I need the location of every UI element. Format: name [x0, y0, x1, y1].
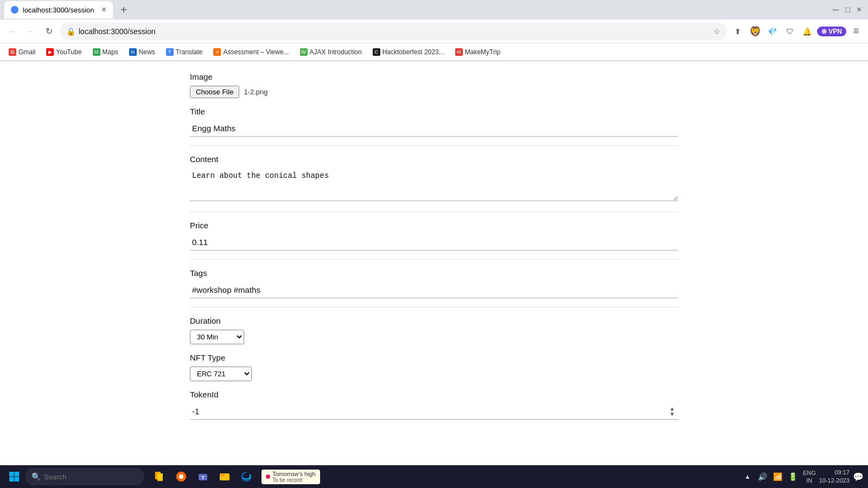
taskbar-icon-files[interactable] [150, 467, 169, 486]
token-id-input-wrap: ▲ ▼ [190, 403, 678, 420]
ajax-icon: W [300, 48, 308, 56]
notification-line1: Tomorrow's high [272, 471, 316, 477]
svg-rect-2 [9, 477, 14, 482]
spinner-down-button[interactable]: ▼ [668, 412, 676, 417]
browser-icon [175, 471, 187, 483]
forward-button[interactable]: → [23, 24, 38, 39]
nft-type-select[interactable]: ERC 721 ERC 1155 [190, 367, 252, 381]
close-button[interactable]: × [854, 5, 864, 15]
maximize-button[interactable]: □ [843, 5, 852, 14]
language-code: ENG [803, 469, 816, 477]
system-tray: ▲ 🔊 📶 🔋 [741, 470, 800, 483]
refresh-button[interactable]: ↻ [41, 24, 56, 39]
file-name-display: 1-2.png [244, 88, 267, 96]
file-input-row: Choose File 1-2.png [190, 86, 678, 98]
bookmark-gmail[interactable]: G Gmail [4, 47, 40, 57]
bookmark-news-label: News [139, 48, 155, 56]
svg-point-7 [179, 474, 183, 479]
bookmark-news[interactable]: N News [125, 47, 159, 57]
action-center-icon[interactable]: 💬 [853, 472, 864, 482]
tab-favicon [11, 6, 18, 14]
tab-bar: localhost:3000/session × + ─ □ × [0, 0, 868, 20]
price-input[interactable] [190, 234, 678, 251]
tray-icon-1[interactable]: 🔊 [756, 470, 769, 483]
notifications-button[interactable]: 🔔 [800, 24, 815, 39]
wallet-button[interactable]: 💎 [765, 24, 780, 39]
duration-select[interactable]: 30 Min 1 Hour 2 Hours [190, 330, 244, 344]
language-indicator: ENG IN [803, 469, 816, 485]
bookmark-assessment-label: Assessment – Viewe... [223, 48, 289, 56]
news-icon: N [129, 48, 137, 56]
content-section: Content Learn about the conical shapes [190, 155, 678, 203]
svg-text:T: T [201, 475, 205, 480]
image-label: Image [190, 72, 678, 81]
tray-icon-2[interactable]: 📶 [771, 470, 784, 483]
maps-icon: M [93, 48, 100, 56]
notification-dot [266, 474, 270, 479]
active-tab[interactable]: localhost:3000/session × [4, 1, 113, 18]
tags-input[interactable] [190, 282, 678, 298]
gmail-icon: G [9, 48, 16, 56]
browser-chrome: localhost:3000/session × + ─ □ × ← → ↻ 🔒… [0, 0, 868, 61]
windows-logo-icon [9, 471, 20, 482]
bookmark-translate[interactable]: T Translate [162, 47, 207, 57]
image-section: Image Choose File 1-2.png [190, 72, 678, 98]
title-input[interactable] [190, 120, 678, 137]
lock-icon: 🔒 [66, 27, 75, 36]
tray-up-arrow[interactable]: ▲ [741, 470, 754, 483]
svg-rect-0 [9, 472, 14, 477]
system-clock[interactable]: 09:17 10-12-2023 [819, 468, 850, 485]
taskbar-search-icon: 🔍 [31, 472, 41, 481]
content-textarea[interactable]: Learn about the conical shapes [190, 168, 678, 201]
bookmark-page-icon[interactable]: ☆ [713, 27, 720, 36]
tags-section: Tags [190, 268, 678, 298]
back-button[interactable]: ← [4, 24, 20, 39]
share-button[interactable]: ⬆ [730, 24, 745, 39]
bookmark-makemytrip[interactable]: M MakeMyTrip [451, 47, 505, 57]
start-button[interactable] [4, 467, 24, 486]
notification-line2: To tie record [272, 477, 316, 483]
duration-section: Duration 30 Min 1 Hour 2 Hours [190, 316, 678, 344]
assessment-icon: A [213, 48, 221, 56]
bookmark-hacktoberfest-label: Hacktoberfest 2023... [382, 48, 444, 56]
new-tab-button[interactable]: + [115, 1, 132, 18]
clock-date: 10-12-2023 [819, 477, 850, 485]
tab-close-button[interactable]: × [101, 5, 106, 15]
tray-icon-3[interactable]: 🔋 [787, 470, 800, 483]
taskbar-icon-teams[interactable]: T [193, 467, 213, 486]
svg-rect-5 [157, 473, 163, 481]
address-input[interactable] [79, 27, 710, 36]
taskbar-icon-explorer[interactable] [215, 467, 234, 486]
vpn-badge[interactable]: ⊕ VPN [817, 27, 846, 36]
bookmark-maps-label: Maps [103, 48, 118, 56]
svg-rect-1 [15, 472, 20, 477]
minimize-button[interactable]: ─ [831, 5, 841, 15]
hacktoberfest-icon: C [373, 48, 380, 56]
taskbar: 🔍 T [0, 465, 868, 488]
notification-area[interactable]: Tomorrow's high To tie record [261, 470, 320, 484]
svg-rect-3 [15, 477, 20, 482]
taskbar-icon-edge[interactable] [237, 467, 256, 486]
bookmark-assessment[interactable]: A Assessment – Viewe... [209, 47, 293, 57]
taskbar-search-input[interactable] [44, 473, 125, 481]
bookmark-translate-label: Translate [176, 48, 203, 56]
brave-shield-button[interactable]: 🦁 [748, 24, 763, 39]
bookmark-maps[interactable]: M Maps [88, 47, 123, 57]
bookmark-hacktoberfest[interactable]: C Hacktoberfest 2023... [368, 47, 449, 57]
content-label: Content [190, 155, 678, 164]
shields-button[interactable]: 🛡 [782, 24, 797, 39]
menu-button[interactable]: ≡ [848, 24, 864, 39]
youtube-icon: ▶ [46, 48, 54, 56]
taskbar-search-bar[interactable]: 🔍 [25, 468, 144, 485]
bookmark-youtube[interactable]: ▶ YouTube [42, 47, 86, 57]
choose-file-button[interactable]: Choose File [190, 86, 239, 98]
files-icon [154, 471, 165, 483]
navigation-bar: ← → ↻ 🔒 ☆ ⬆ 🦁 💎 🛡 🔔 ⊕ VPN ≡ [0, 20, 868, 43]
tags-label: Tags [190, 268, 678, 278]
taskbar-icon-browser[interactable] [171, 467, 191, 486]
bookmarks-bar: G Gmail ▶ YouTube M Maps N News T Transl… [0, 43, 868, 61]
bookmark-ajax[interactable]: W AJAX Introduction [296, 47, 366, 57]
token-id-input[interactable] [190, 403, 678, 420]
main-content: Image Choose File 1-2.png Title Content … [0, 61, 868, 466]
bookmark-youtube-label: YouTube [56, 48, 81, 56]
